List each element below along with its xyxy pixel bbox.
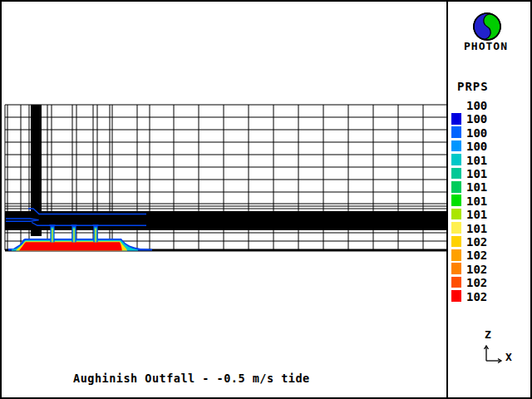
legend-value-label: 102	[466, 291, 495, 303]
legend-swatch	[451, 140, 461, 152]
legend-value-label: 101	[466, 209, 495, 220]
legend-value-label: 101	[466, 181, 495, 193]
legend-swatch	[451, 277, 461, 288]
legend-title: PRPS	[457, 80, 489, 93]
riser-cap	[71, 224, 77, 226]
legend-value-label: 100	[466, 127, 495, 139]
legend-value-label: 102	[466, 264, 495, 275]
legend-swatch	[451, 263, 461, 274]
legend-swatch	[451, 154, 461, 165]
legend-swatch	[451, 113, 461, 125]
plume-contour-layer	[19, 242, 122, 250]
legend-swatch	[451, 126, 461, 138]
legend-value-label: 102	[466, 249, 495, 261]
photon-window: PHOTON PRPS 1001001001001011011011011011…	[0, 0, 532, 399]
riser-contour-yellow	[95, 229, 96, 242]
legend-swatch	[451, 168, 461, 180]
legend-value-label: 102	[466, 236, 495, 248]
legend-value-label: 101	[466, 195, 495, 207]
legend-value-label: 100	[466, 140, 495, 152]
legend-value-label: 100	[466, 100, 495, 111]
riser-cap	[93, 224, 99, 226]
x-axis-label: X	[505, 351, 512, 363]
legend-swatch	[451, 236, 461, 248]
legend-value-label: 100	[466, 113, 495, 125]
legend-value-label: 101	[466, 168, 495, 180]
legend-value-label: 102	[466, 277, 495, 288]
axis-arrows-icon	[478, 341, 506, 364]
legend-swatch	[451, 249, 461, 261]
legend-swatch	[451, 290, 461, 302]
legend-swatch	[451, 181, 461, 193]
plot-caption: Aughinish Outfall - -0.5 m/s tide	[73, 372, 310, 385]
legend-swatch	[451, 209, 461, 220]
legend-value-label: 101	[466, 155, 495, 166]
refined-mesh-vertical-band	[31, 105, 42, 236]
legend-value-label: 101	[466, 223, 495, 234]
photon-logo-icon	[471, 11, 503, 42]
riser-contour-yellow	[52, 229, 52, 242]
legend-swatch	[451, 195, 461, 206]
legend-swatch	[451, 222, 461, 234]
photon-logo-label: PHOTON	[464, 40, 508, 52]
z-axis-label: Z	[485, 328, 491, 341]
riser-contour-yellow	[73, 229, 74, 242]
legend-panel: PHOTON PRPS 1001001001001011011011011011…	[446, 2, 532, 397]
riser-cap	[50, 224, 56, 226]
